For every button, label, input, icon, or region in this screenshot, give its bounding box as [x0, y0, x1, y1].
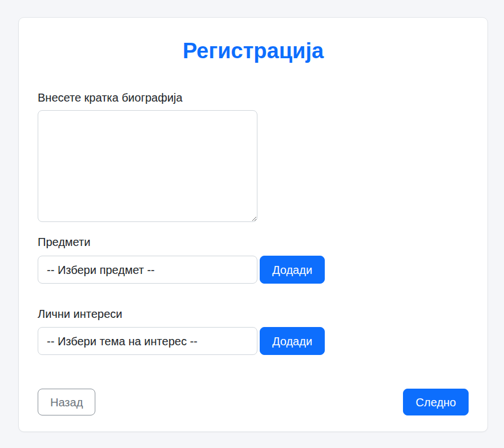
- bio-textarea[interactable]: [38, 110, 257, 222]
- back-button[interactable]: Назад: [38, 389, 95, 415]
- bio-label: Внесете кратка биографија: [38, 91, 469, 104]
- subject-select[interactable]: -- Избери предмет --: [38, 256, 257, 284]
- page-title: Регистрација: [38, 37, 469, 64]
- registration-card: Регистрација Внесете кратка биографија П…: [18, 17, 488, 432]
- add-interest-button[interactable]: Додади: [260, 327, 325, 355]
- add-subject-button[interactable]: Додади: [260, 256, 325, 284]
- interests-row: -- Избери тема на интерес -- Додади: [38, 327, 469, 355]
- footer-actions: Назад Следно: [38, 389, 469, 415]
- interest-select[interactable]: -- Избери тема на интерес --: [38, 327, 257, 355]
- interests-label: Лични интереси: [38, 307, 469, 321]
- subjects-row: -- Избери предмет -- Додади: [38, 256, 469, 284]
- next-button[interactable]: Следно: [403, 389, 469, 415]
- subjects-label: Предмети: [38, 235, 469, 249]
